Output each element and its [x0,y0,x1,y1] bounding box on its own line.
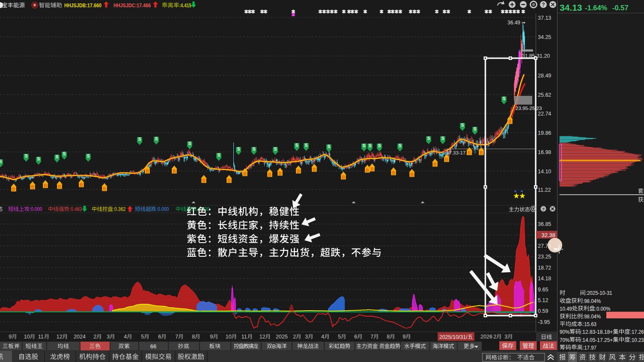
svg-text::98.04%: :98.04% [583,298,601,304]
svg-text:34.25: 34.25 [538,34,551,40]
svg-text:2025: 2025 [276,334,288,340]
svg-text::17.26: :17.26 [630,329,644,335]
svg-text:B: B [58,184,61,189]
svg-text:B: B [508,119,511,124]
svg-text:0.59: 0.59 [538,308,548,314]
svg-text:S: S [87,154,90,158]
svg-text:B: B [12,187,15,192]
svg-text:14.18: 14.18 [538,276,551,282]
svg-text:6: 6 [354,334,357,340]
svg-text:9: 9 [210,334,213,340]
svg-text:14.10: 14.10 [538,169,551,175]
svg-text:S: S [363,143,366,148]
svg-text:18.72: 18.72 [538,265,551,271]
svg-text:5: 5 [141,334,144,340]
svg-text:70%: 70% [560,337,569,343]
svg-text:2: 2 [293,334,296,340]
svg-text:S: S [56,154,59,159]
svg-text:B: B [268,172,271,177]
svg-text:B: B [433,162,436,167]
svg-text:B: B [227,178,230,183]
svg-text::0.000: :0.000 [156,206,169,212]
svg-text:37.13: 37.13 [538,15,551,21]
svg-text:10: 10 [24,334,30,340]
svg-text:19.86: 19.86 [538,130,551,136]
svg-text:S: S [188,141,191,146]
svg-text:36.85: 36.85 [538,221,551,227]
svg-text::0.00%: :0.00% [595,306,611,312]
svg-text:8: 8 [387,334,390,340]
svg-text::10.23: :10.23 [630,337,644,343]
svg-text:11: 11 [242,334,247,340]
svg-text:S: S [253,147,256,151]
svg-text:36.49: 36.49 [507,20,520,26]
svg-text::0.463: :0.463 [69,206,82,212]
svg-text:9: 9 [9,334,12,340]
svg-text:S: S [399,143,402,148]
svg-text:S: S [369,143,372,148]
svg-text:HHJSJDC:17.466: HHJSJDC:17.466 [113,2,151,9]
svg-text:B: B [173,169,176,174]
svg-text::14.05-17.25+: :14.05-17.25+ [581,337,613,343]
svg-text:66: 66 [150,343,156,350]
svg-text:S: S [155,136,158,141]
svg-text:3: 3 [305,334,308,340]
svg-text:B: B [103,187,106,191]
svg-text:S: S [37,157,40,161]
svg-text:90%: 90% [560,329,569,335]
svg-text::0.362: :0.362 [113,206,126,212]
svg-text:2026: 2026 [480,334,492,340]
svg-text:34.13: 34.13 [560,3,582,12]
svg-text:B: B [392,171,395,175]
svg-text:16.98: 16.98 [538,149,551,155]
svg-text::98.04%: :98.04% [583,313,601,320]
svg-text:12: 12 [259,334,265,340]
svg-text:?: ? [542,2,545,8]
svg-text:3: 3 [504,334,507,340]
svg-text:6: 6 [158,334,161,340]
svg-text:?: ? [542,207,545,211]
svg-text:HHJSJDB:17.660: HHJSJDB:17.660 [64,2,101,9]
svg-text:S: S [25,154,28,158]
svg-text:B: B [313,167,316,172]
svg-text:32.38: 32.38 [541,232,555,238]
svg-text:S: S [138,137,141,142]
svg-text:S: S [63,151,66,156]
svg-text:25.62: 25.62 [538,92,551,98]
svg-text:B: B [243,172,246,176]
svg-text:22.74: 22.74 [538,111,551,117]
svg-text:5.12: 5.12 [538,297,548,303]
svg-text:23.25: 23.25 [538,254,551,260]
svg-text:B: B [342,175,345,180]
svg-text:2: 2 [93,334,96,340]
svg-text:2025/10/31/: 2025/10/31/ [439,334,468,340]
svg-text:10: 10 [226,334,232,340]
svg-text::2025-10-31: :2025-10-31 [586,290,612,296]
svg-text:S: S [503,96,506,101]
svg-text:8: 8 [192,334,195,340]
svg-text:3: 3 [107,334,110,340]
svg-text:12: 12 [57,334,63,340]
svg-text:5: 5 [338,334,341,340]
svg-text:B: B [80,183,83,187]
svg-text:S: S [305,143,308,148]
svg-text:B: B [202,178,205,183]
svg-text:B: B [480,151,483,155]
svg-text:7: 7 [370,334,373,340]
svg-text:S: S [378,143,381,148]
svg-text:S: S [328,144,331,149]
svg-text:9.65: 9.65 [538,287,548,293]
svg-text:B: B [278,171,281,176]
svg-text::12.83-18.18+: :12.83-18.18+ [581,329,613,335]
svg-text:B: B [366,168,369,173]
svg-text:2: 2 [493,334,496,340]
svg-text:10.49: 10.49 [560,306,572,312]
svg-text:B: B [468,151,471,155]
svg-text:S: S [274,147,277,151]
svg-text:B: B [370,167,373,172]
svg-text:2024: 2024 [74,334,86,340]
svg-text:S: S [461,123,464,128]
svg-text:B: B [410,172,413,177]
svg-text::4.415: :4.415 [179,2,192,9]
svg-text:28.49: 28.49 [538,73,551,79]
